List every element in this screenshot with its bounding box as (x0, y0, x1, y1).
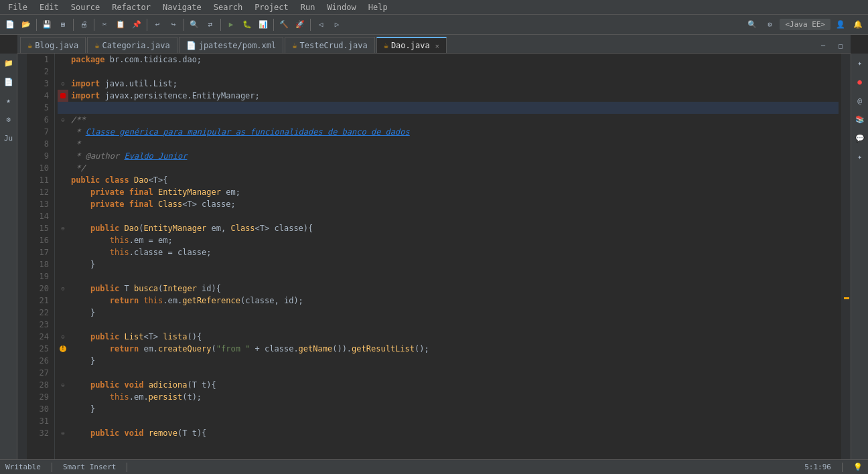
line-code-13: private final Class<T> classe; (68, 198, 839, 210)
line-code-9: * @author Evaldo Junior (68, 150, 839, 162)
code-line-6: ⊖/** (58, 114, 839, 126)
line-marker-15: ⊖ (58, 222, 68, 234)
code-area[interactable]: package br.com.tidicas.dao;⊖import java.… (55, 54, 841, 459)
line-code-4: import javax.persistence.EntityManager; (68, 90, 839, 102)
sidebar-services-icon[interactable]: ⚙ (2, 112, 15, 126)
copy-btn[interactable]: 📋 (113, 17, 128, 32)
tab-icon: ☕ (384, 41, 388, 50)
line-marker-10 (58, 162, 68, 174)
line-code-32: public void remove(T t){ (68, 427, 839, 439)
code-line-16: this.em = em; (58, 234, 839, 246)
profile-btn[interactable]: 📊 (256, 17, 271, 32)
settings-icon[interactable]: ⚙ (762, 17, 777, 32)
menu-project[interactable]: Project (249, 1, 294, 13)
line-marker-28: ⊖ (58, 379, 68, 391)
forward-btn[interactable]: ▷ (330, 17, 344, 32)
back-btn[interactable]: ◁ (313, 17, 328, 32)
code-line-21: return this.em.getReference(classe, id); (58, 295, 839, 307)
gutter (17, 54, 27, 459)
sep4 (147, 19, 147, 31)
new-btn[interactable]: 📄 (3, 17, 17, 32)
sidebar-favorites-icon[interactable]: ★ (2, 94, 15, 107)
code-line-10: */ (58, 162, 839, 174)
undo-btn[interactable]: ↩ (150, 17, 165, 32)
line-marker-26 (58, 355, 68, 367)
deploy-btn[interactable]: 🚀 (293, 17, 307, 32)
tab-testecrud-java[interactable]: ☕ TesteCrud.java (285, 37, 374, 53)
redo-btn[interactable]: ↪ (166, 17, 181, 32)
right-sidebar-icon-6[interactable]: ✦ (853, 150, 867, 163)
menu-edit[interactable]: Edit (34, 1, 64, 13)
build-btn[interactable]: 🔨 (277, 17, 291, 32)
status-writable: Writable (5, 463, 41, 471)
right-sidebar-icon-3[interactable]: @ (853, 94, 867, 107)
menu-navigate[interactable]: Navigate (157, 1, 207, 13)
tab-icon: ☕ (27, 41, 32, 50)
line-code-16: this.em = em; (68, 234, 839, 246)
line-code-14 (68, 210, 839, 222)
line-marker-1 (58, 54, 68, 66)
line-code-17: this.classe = classe; (68, 246, 839, 258)
search-icon[interactable]: 🔍 (745, 17, 760, 32)
run-btn[interactable]: ▶ (224, 17, 238, 32)
line-code-28: public void adiciona(T t){ (68, 379, 839, 391)
code-line-18: } (58, 258, 839, 270)
menu-source[interactable]: Source (66, 1, 105, 13)
line-code-26: } (68, 355, 839, 367)
replace-btn[interactable]: ⇄ (203, 17, 218, 32)
menu-run[interactable]: Run (295, 1, 321, 13)
right-sidebar-icon-1[interactable]: ✦ (853, 56, 867, 70)
status-bar: Writable Smart Insert 5:1:96 💡 (0, 459, 868, 474)
sidebar-inspector-icon[interactable]: Ju (2, 131, 15, 145)
notifications-icon[interactable]: 🔔 (851, 17, 865, 32)
menu-file[interactable]: File (3, 1, 33, 13)
status-sep-2 (127, 463, 127, 472)
right-sidebar-icon-5[interactable]: 💬 (853, 131, 867, 145)
editor-maximize-icon[interactable]: □ (833, 38, 848, 53)
right-sidebar-icon-4[interactable]: 📚 (853, 112, 867, 126)
tab-pom-xml[interactable]: 📄 jpateste/pom.xml (179, 37, 284, 53)
code-line-2 (58, 66, 839, 78)
line-marker-32: ⊖ (58, 427, 68, 439)
menu-search[interactable]: Search (208, 1, 248, 13)
right-sidebar-icon-2[interactable]: ● (853, 75, 867, 88)
print-btn[interactable]: 🖨 (76, 17, 91, 32)
tab-icon: ☕ (94, 41, 99, 50)
line-marker-5 (58, 102, 68, 114)
sidebar-project-icon[interactable]: 📁 (2, 56, 15, 70)
save-all-btn[interactable]: ⊞ (56, 17, 70, 32)
editor-minimize-icon[interactable]: ─ (816, 38, 830, 53)
code-line-4: import javax.persistence.EntityManager; (58, 90, 839, 102)
tab-dao-java[interactable]: ☕ Dao.java ✕ (376, 37, 447, 53)
tab-categoria-java[interactable]: ☕ Categoria.java (87, 37, 177, 53)
debug-btn[interactable]: 🐛 (240, 17, 255, 32)
line-marker-8 (58, 138, 68, 150)
tab-close-icon[interactable]: ✕ (435, 42, 439, 50)
code-line-23 (58, 319, 839, 331)
line-code-19 (68, 270, 839, 283)
find-btn[interactable]: 🔍 (187, 17, 202, 32)
save-btn[interactable]: 💾 (40, 17, 54, 32)
profile-icon[interactable]: 👤 (833, 17, 848, 32)
line-marker-29 (58, 391, 68, 403)
sep2 (73, 19, 74, 31)
menu-refactor[interactable]: Refactor (106, 1, 156, 13)
line-marker-16 (58, 234, 68, 246)
scrollbar-markers[interactable] (841, 54, 851, 459)
open-btn[interactable]: 📂 (19, 17, 33, 32)
line-code-31 (68, 415, 839, 427)
menu-window[interactable]: Window (321, 1, 361, 13)
tab-blog-java[interactable]: ☕ Blog.java (20, 37, 86, 53)
line-marker-9 (58, 150, 68, 162)
sidebar-files-icon[interactable]: 📄 (2, 75, 15, 88)
toolbar-1: 📄 📂 💾 ⊞ 🖨 ✂ 📋 📌 ↩ ↪ 🔍 ⇄ ▶ 🐛 📊 🔨 🚀 ◁ ▷ 🔍 … (0, 15, 868, 35)
code-line-19 (58, 270, 839, 283)
code-line-11: public class Dao<T>{ (58, 174, 839, 186)
line-marker-7 (58, 126, 68, 138)
java-ee-label[interactable]: <Java EE> (780, 19, 830, 30)
menu-help[interactable]: Help (363, 1, 393, 13)
code-line-26: } (58, 355, 839, 367)
paste-btn[interactable]: 📌 (129, 17, 144, 32)
cut-btn[interactable]: ✂ (97, 17, 112, 32)
code-line-7: * Classe genérica para manipular as func… (58, 126, 839, 138)
